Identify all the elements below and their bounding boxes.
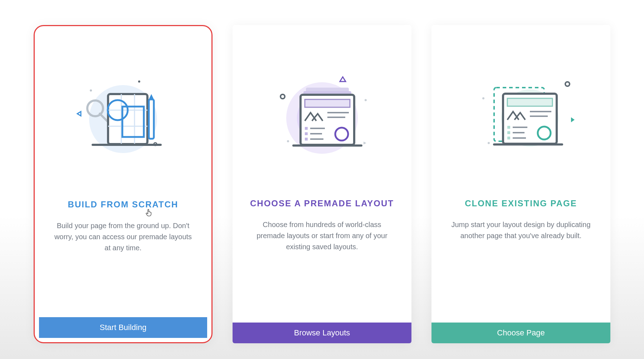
card-title: CLONE EXISTING PAGE [465, 198, 577, 208]
premade-illustration-icon [233, 54, 411, 175]
card-description: Jump start your layout design by duplica… [431, 219, 610, 241]
card-choose-premade-layout[interactable]: CHOOSE A PREMADE LAYOUT Choose from hund… [233, 25, 411, 343]
svg-point-21 [365, 99, 367, 101]
card-clone-existing-page[interactable]: CLONE EXISTING PAGE Jump start your layo… [431, 25, 610, 343]
svg-point-23 [287, 140, 289, 142]
svg-rect-32 [305, 138, 308, 141]
clone-illustration-icon [431, 54, 610, 175]
choose-page-button[interactable]: Choose Page [431, 323, 610, 343]
svg-rect-14 [149, 99, 154, 139]
start-building-button[interactable]: Start Building [39, 317, 207, 338]
svg-marker-22 [364, 142, 366, 144]
svg-rect-49 [507, 131, 510, 134]
svg-point-39 [565, 82, 570, 86]
card-description: Build your page from the ground up. Don'… [35, 220, 211, 254]
svg-rect-27 [305, 99, 350, 107]
svg-rect-45 [507, 98, 552, 106]
layout-options-panel: BUILD FROM SCRATCH Build your page from … [29, 25, 615, 343]
scratch-illustration-icon [35, 55, 211, 176]
svg-rect-30 [305, 127, 308, 130]
card-build-from-scratch[interactable]: BUILD FROM SCRATCH Build your page from … [34, 25, 213, 343]
svg-point-41 [482, 97, 484, 99]
svg-point-4 [90, 89, 92, 92]
card-title: BUILD FROM SCRATCH [68, 200, 179, 210]
svg-marker-2 [77, 112, 81, 116]
svg-point-1 [138, 80, 140, 83]
svg-marker-19 [340, 77, 346, 82]
svg-marker-40 [571, 117, 575, 122]
svg-marker-15 [149, 94, 154, 99]
svg-rect-31 [305, 132, 308, 135]
svg-point-42 [488, 142, 490, 144]
svg-rect-50 [507, 137, 510, 139]
svg-rect-48 [507, 126, 510, 129]
card-title: CHOOSE A PREMADE LAYOUT [250, 198, 394, 208]
svg-point-20 [280, 94, 285, 99]
browse-layouts-button[interactable]: Browse Layouts [233, 323, 411, 343]
card-description: Choose from hundreds of world-class prem… [233, 219, 411, 252]
